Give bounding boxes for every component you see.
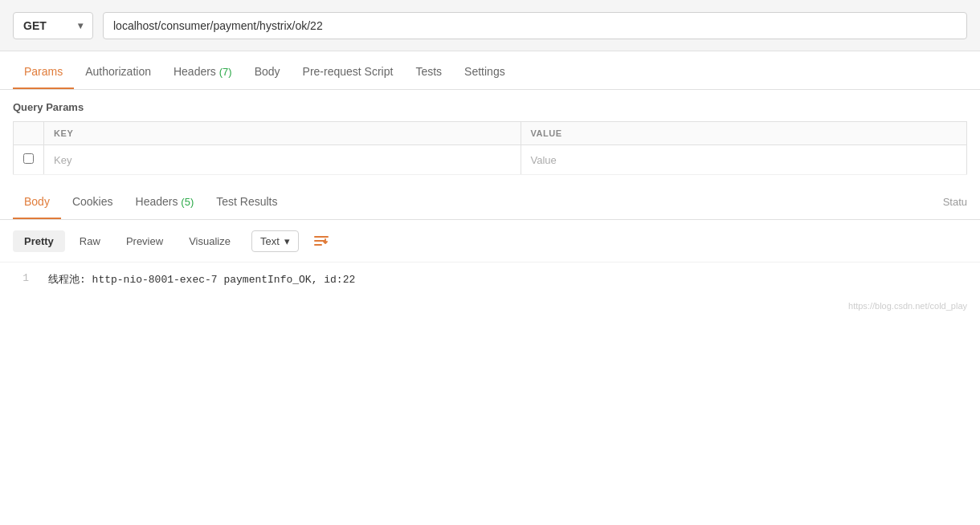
body-toolbar: Pretty Raw Preview Visualize Text ▾ bbox=[0, 220, 980, 262]
format-preview[interactable]: Preview bbox=[115, 230, 174, 252]
tab-tests[interactable]: Tests bbox=[404, 55, 453, 89]
watermark: https://blog.csdn.net/cold_play bbox=[0, 296, 980, 315]
col-key: KEY bbox=[44, 122, 521, 145]
method-label: GET bbox=[23, 19, 47, 32]
headers-resp-badge: (5) bbox=[181, 196, 194, 208]
row-checkbox[interactable] bbox=[14, 145, 44, 175]
svg-rect-0 bbox=[314, 236, 329, 238]
tab-pre-request[interactable]: Pre-request Script bbox=[292, 55, 405, 89]
col-value: VALUE bbox=[521, 122, 967, 145]
wrap-button[interactable] bbox=[308, 228, 334, 254]
query-params-section: Query Params KEY VALUE Key Value bbox=[0, 90, 980, 175]
request-tabs-bar: Params Authorization Headers (7) Body Pr… bbox=[0, 51, 980, 90]
wrap-icon bbox=[312, 232, 330, 250]
tab-cookies[interactable]: Cookies bbox=[61, 185, 125, 219]
method-chevron: ▾ bbox=[78, 20, 83, 31]
response-status: Statu bbox=[943, 196, 967, 219]
format-visualize[interactable]: Visualize bbox=[178, 230, 242, 252]
text-type-select[interactable]: Text ▾ bbox=[251, 230, 299, 252]
tab-settings[interactable]: Settings bbox=[453, 55, 517, 89]
tab-body-req[interactable]: Body bbox=[243, 55, 292, 89]
line-number: 1 bbox=[13, 272, 29, 287]
params-table: KEY VALUE Key Value bbox=[13, 121, 967, 175]
url-bar: GET ▾ bbox=[0, 0, 980, 51]
method-select[interactable]: GET ▾ bbox=[13, 12, 93, 39]
text-chevron: ▾ bbox=[284, 235, 290, 247]
tab-params[interactable]: Params bbox=[13, 55, 74, 89]
value-cell[interactable]: Value bbox=[521, 145, 967, 175]
format-pretty[interactable]: Pretty bbox=[13, 230, 65, 252]
tab-headers-resp[interactable]: Headers (5) bbox=[125, 185, 206, 219]
tab-test-results[interactable]: Test Results bbox=[205, 185, 288, 219]
response-line-1: 1 线程池: http-nio-8001-exec-7 paymentInfo_… bbox=[13, 272, 967, 287]
response-body: 1 线程池: http-nio-8001-exec-7 paymentInfo_… bbox=[0, 262, 980, 296]
col-checkbox bbox=[14, 122, 44, 145]
headers-badge: (7) bbox=[219, 66, 232, 78]
table-row: Key Value bbox=[14, 145, 967, 175]
param-checkbox[interactable] bbox=[23, 153, 34, 164]
url-input[interactable] bbox=[103, 12, 967, 39]
key-cell[interactable]: Key bbox=[44, 145, 521, 175]
format-raw[interactable]: Raw bbox=[68, 230, 112, 252]
svg-rect-2 bbox=[314, 244, 322, 246]
tab-headers[interactable]: Headers (7) bbox=[162, 55, 243, 89]
tab-body-resp[interactable]: Body bbox=[13, 185, 61, 219]
tab-authorization[interactable]: Authorization bbox=[74, 55, 162, 89]
line-content: 线程池: http-nio-8001-exec-7 paymentInfo_OK… bbox=[48, 272, 355, 287]
response-tabs-bar: Body Cookies Headers (5) Test Results St… bbox=[0, 181, 980, 220]
query-params-title: Query Params bbox=[13, 101, 967, 113]
